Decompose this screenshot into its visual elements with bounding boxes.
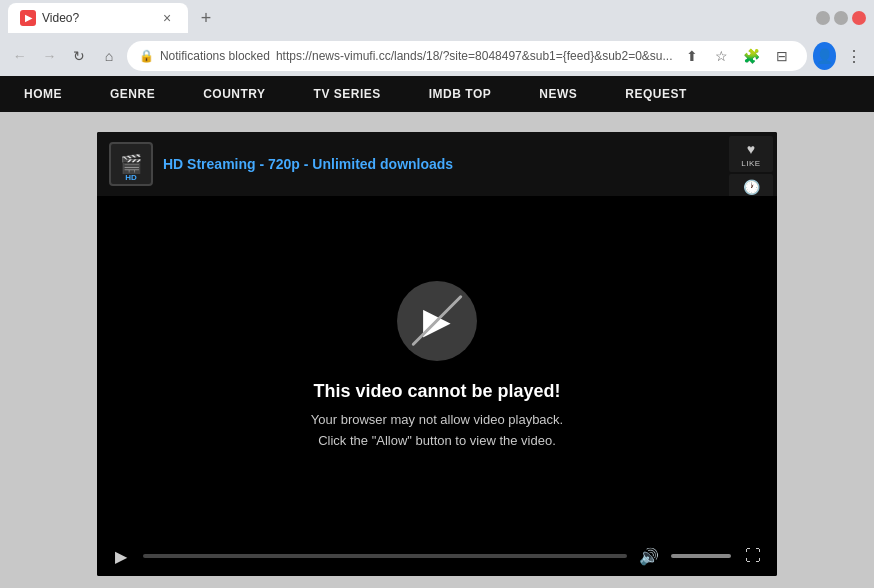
like-button[interactable]: ♥ LIKE [729,136,773,172]
browser-menu-button[interactable]: ⋮ [842,42,866,70]
nav-tv-series[interactable]: TV SERIES [290,76,405,112]
minimize-button[interactable] [816,11,830,25]
profile-button[interactable]: 👤 [813,42,837,70]
address-bar: 🔒 Notifications blocked https://news-vim… [127,41,807,71]
player-header: 🎬 HD HD Streaming - 720p - Unlimited dow… [97,132,777,196]
reload-button[interactable]: ↻ [67,42,91,70]
maximize-button[interactable] [834,11,848,25]
hd-badge: 🎬 HD [109,142,153,186]
browser-tab[interactable]: ▶ Video? × [8,3,188,33]
play-button[interactable]: ▶ [107,542,135,570]
play-circle: ▶ [397,281,477,361]
title-bar: ▶ Video? × + [0,0,874,36]
new-tab-button[interactable]: + [192,4,220,32]
error-subtitle: Your browser may not allow video playbac… [311,410,563,452]
home-button[interactable]: ⌂ [97,42,121,70]
lock-icon: 🔒 [139,49,154,63]
reel-icon: 🎬 [120,153,142,175]
fullscreen-button[interactable]: ⛶ [739,542,767,570]
url-text[interactable]: https://news-vimufi.cc/lands/18/?site=80… [276,49,673,63]
window-controls [816,11,866,25]
nav-home[interactable]: HOME [0,76,86,112]
error-line-1: Your browser may not allow video playbac… [311,412,563,427]
nav-request[interactable]: REQUEST [601,76,711,112]
player-title: HD Streaming - 720p - Unlimited download… [163,156,453,172]
site-navigation: HOME GENRE COUNTRY TV SERIES IMDB TOP NE… [0,76,874,112]
video-area: ▶ This video cannot be played! Your brow… [97,196,777,536]
page-content: 🎬 HD HD Streaming - 720p - Unlimited dow… [0,112,874,588]
heart-icon: ♥ [747,141,755,157]
nav-country[interactable]: COUNTRY [179,76,289,112]
sidebar-button[interactable]: ⊟ [769,43,795,69]
share-button[interactable]: ⬆ [679,43,705,69]
error-line-2: Click the "Allow" button to view the vid… [318,433,556,448]
like-label: LIKE [741,159,760,168]
play-blocked-icon: ▶ [423,300,451,342]
back-button[interactable]: ← [8,42,32,70]
nav-news[interactable]: NEWS [515,76,601,112]
extensions-button[interactable]: 🧩 [739,43,765,69]
forward-button[interactable]: → [38,42,62,70]
video-player: 🎬 HD HD Streaming - 720p - Unlimited dow… [97,132,777,576]
close-button[interactable] [852,11,866,25]
clock-icon: 🕐 [743,179,760,195]
error-title: This video cannot be played! [313,381,560,402]
nav-genre[interactable]: GENRE [86,76,179,112]
hd-label: HD [125,173,137,182]
bookmark-button[interactable]: ☆ [709,43,735,69]
tab-close-button[interactable]: × [158,9,176,27]
nav-bar: ← → ↻ ⌂ 🔒 Notifications blocked https://… [0,36,874,76]
volume-slider[interactable] [671,554,731,558]
address-actions: ⬆ ☆ 🧩 ⊟ [679,43,795,69]
controls-bar: ▶ 🔊 ⛶ [97,536,777,576]
tab-title: Video? [42,11,152,25]
notifications-blocked-label: Notifications blocked [160,49,270,63]
nav-imdb-top[interactable]: IMDB TOP [405,76,515,112]
progress-track[interactable] [143,554,627,558]
tab-favicon: ▶ [20,10,36,26]
volume-button[interactable]: 🔊 [635,542,663,570]
